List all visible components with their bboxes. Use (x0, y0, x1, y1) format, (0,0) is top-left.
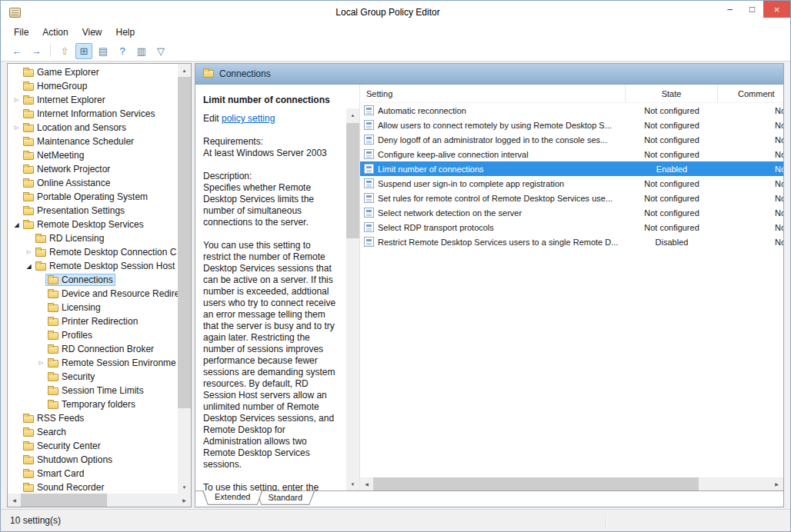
action-pane-toggle[interactable]: ▥ (133, 43, 150, 59)
tree-item-rd-connection-broker[interactable]: RD Connection Broker (8, 342, 178, 356)
setting-row[interactable]: Deny logoff of an administrator logged i… (360, 132, 783, 147)
menu-view[interactable]: View (75, 25, 109, 41)
tree-item-presentation-settings[interactable]: Presentation Settings (8, 204, 178, 218)
tree-item-body[interactable]: HomeGroup (21, 80, 89, 92)
tree-item-game-explorer[interactable]: Game Explorer (8, 65, 178, 79)
tree-item-body[interactable]: Session Time Limits (45, 384, 146, 397)
tree-item-body[interactable]: RD Connection Broker (45, 343, 156, 355)
tab-standard[interactable]: Standard (255, 491, 315, 505)
setting-row[interactable]: Set rules for remote control of Remote D… (360, 191, 783, 205)
tree-item-online-assistance[interactable]: Online Assistance (8, 176, 178, 190)
setting-row[interactable]: Automatic reconnectionNot configuredNo (360, 103, 783, 118)
tree-item-body[interactable]: Security (45, 371, 97, 383)
export-list-button[interactable]: ▤ (95, 43, 112, 59)
menu-file[interactable]: File (7, 25, 35, 41)
tree-item-body[interactable]: NetMeeting (21, 149, 86, 161)
tree-item-licensing[interactable]: Licensing (8, 301, 178, 314)
tree-item-body[interactable]: Location and Sensors (21, 121, 128, 134)
tree-item-profiles[interactable]: Profiles (8, 328, 178, 342)
tree-item-remote-desktop-connection-c[interactable]: ▷Remote Desktop Connection C (8, 245, 178, 259)
setting-row[interactable]: Select network detection on the serverNo… (360, 205, 783, 220)
tree-item-network-projector[interactable]: Network Projector (8, 162, 178, 176)
setting-row[interactable]: Select RDP transport protocolsNot config… (360, 220, 783, 234)
tree-item-remote-session-environme[interactable]: ▷Remote Session Environme (8, 356, 178, 370)
details-scroll-up-button[interactable]: ▲ (346, 108, 359, 121)
table-horizontal-scrollbar[interactable]: ◀ ▶ (360, 477, 783, 490)
tree-vertical-scrollbar[interactable]: ▲ ▼ (178, 64, 191, 494)
tree-scroll-thumb[interactable] (178, 77, 191, 408)
tree-item-body[interactable]: Smart Card (21, 467, 86, 480)
filter-button[interactable]: ▽ (152, 43, 169, 59)
tree-item-maintenance-scheduler[interactable]: Maintenance Scheduler (8, 135, 178, 148)
tab-extended[interactable]: Extended (202, 490, 262, 505)
help-button[interactable]: ? (114, 43, 131, 59)
tree-item-body[interactable]: Device and Resource Redire (45, 288, 178, 300)
tree-item-body[interactable]: RD Licensing (33, 232, 106, 244)
minimize-button[interactable]: – (719, 1, 741, 18)
tree-item-body[interactable]: Shutdown Options (21, 454, 115, 466)
tree-item-body[interactable]: RSS Feeds (21, 412, 86, 424)
tree-item-security[interactable]: Security (8, 370, 178, 384)
tree-item-body[interactable]: Temporary folders (45, 398, 138, 411)
table-hscroll-track[interactable] (373, 477, 770, 490)
tree-item-body[interactable]: Licensing (45, 301, 103, 314)
close-button[interactable]: × (763, 1, 790, 18)
tree-hscroll-track[interactable] (21, 494, 178, 507)
tree-item-body[interactable]: Internet Information Services (21, 108, 157, 120)
tree-item-temporary-folders[interactable]: Temporary folders (8, 397, 178, 411)
tree-horizontal-scrollbar[interactable]: ◀ ▶ (8, 494, 191, 507)
tree-item-body[interactable]: Network Projector (21, 163, 112, 175)
tree-item-smart-card[interactable]: Smart Card (8, 467, 178, 480)
tree-item-rd-licensing[interactable]: RD Licensing (8, 231, 178, 245)
tree-item-session-time-limits[interactable]: Session Time Limits (8, 384, 178, 397)
table-scroll-right-button[interactable]: ▶ (770, 477, 783, 490)
tree-item-body[interactable]: Portable Operating System (21, 191, 150, 203)
tree-item-body[interactable]: Connections (45, 274, 115, 286)
table-scroll-left-button[interactable]: ◀ (360, 477, 373, 490)
details-scroll-track[interactable] (346, 121, 359, 477)
tree-item-body[interactable]: Remote Desktop Services (21, 218, 146, 231)
tree-item-printer-redirection[interactable]: Printer Redirection (8, 314, 178, 328)
tree-item-sound-recorder[interactable]: Sound Recorder (8, 480, 178, 494)
tree-item-internet-explorer[interactable]: ▷Internet Explorer (8, 93, 178, 107)
tree-item-body[interactable]: Printer Redirection (45, 315, 140, 328)
tree-item-body[interactable]: Presentation Settings (21, 204, 127, 217)
tree-item-security-center[interactable]: Security Center (8, 439, 178, 453)
tree-item-body[interactable]: Online Assistance (21, 177, 112, 189)
tree-item-rss-feeds[interactable]: RSS Feeds (8, 411, 178, 425)
column-header-comment[interactable]: Comment (718, 85, 783, 102)
details-scroll-thumb[interactable] (346, 123, 359, 238)
tree-item-homegroup[interactable]: HomeGroup (8, 79, 178, 93)
tree-item-search[interactable]: Search (8, 425, 178, 439)
tree-item-body[interactable]: Internet Explorer (21, 94, 108, 106)
table-hscroll-thumb[interactable] (373, 477, 699, 490)
menu-action[interactable]: Action (35, 25, 75, 41)
setting-row[interactable]: Limit number of connectionsEnabledNo (360, 161, 783, 176)
tree-item-netmeeting[interactable]: NetMeeting (8, 148, 178, 162)
tree-item-body[interactable]: Game Explorer (21, 66, 102, 78)
maximize-button[interactable]: □ (741, 1, 763, 18)
setting-row[interactable]: Configure keep-alive connection interval… (360, 147, 783, 161)
tree-item-body[interactable]: Sound Recorder (21, 481, 106, 494)
forward-button[interactable]: → (28, 43, 45, 59)
up-one-level-button[interactable]: ⇧ (56, 43, 73, 59)
setting-row[interactable]: Allow users to connect remotely by using… (360, 118, 783, 132)
tree-scroll-left-button[interactable]: ◀ (8, 494, 21, 507)
collapse-icon[interactable]: ◢ (25, 263, 33, 270)
policy-setting-link[interactable]: policy setting (222, 113, 275, 124)
details-vertical-scrollbar[interactable]: ▲ ▼ (346, 108, 359, 490)
tree-item-internet-information-services[interactable]: Internet Information Services (8, 107, 178, 121)
expand-icon[interactable]: ▷ (25, 249, 33, 255)
column-header-setting[interactable]: Setting (360, 85, 626, 102)
details-scroll-down-button[interactable]: ▼ (346, 477, 359, 490)
tree-item-shutdown-options[interactable]: Shutdown Options (8, 453, 178, 467)
tree-item-location-and-sensors[interactable]: ▷Location and Sensors (8, 121, 178, 135)
expand-icon[interactable]: ▷ (37, 360, 45, 366)
tree-scroll-up-button[interactable]: ▲ (178, 64, 191, 77)
tree-item-portable-operating-system[interactable]: Portable Operating System (8, 190, 178, 204)
tree-item-body[interactable]: Remote Desktop Connection C (33, 246, 178, 258)
tree-item-body[interactable]: Remote Desktop Session Host (33, 260, 177, 272)
collapse-icon[interactable]: ◢ (12, 221, 21, 228)
menu-help[interactable]: Help (109, 25, 142, 41)
tree-item-remote-desktop-services[interactable]: ◢Remote Desktop Services (8, 218, 178, 231)
